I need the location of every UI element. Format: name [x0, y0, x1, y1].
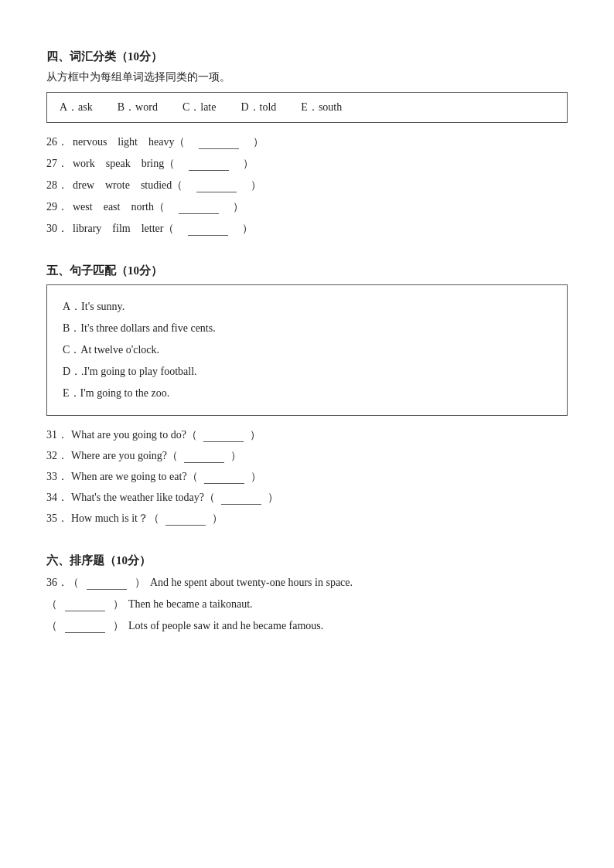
q35-answer[interactable]: [165, 512, 206, 526]
q29-w2: east: [104, 201, 121, 213]
q38-end: ）: [113, 619, 124, 633]
q29-w3: north（: [131, 200, 165, 214]
section5-questions: 31． What are you going to do?（ ） 32． Whe…: [46, 428, 568, 526]
q30-words: library film letter（ ）: [73, 222, 253, 236]
section4-questions: 26． nervous light heavy（ ） 27． work spea…: [46, 135, 568, 236]
option-c: C．late: [182, 100, 217, 114]
q27-answer[interactable]: [189, 158, 229, 171]
q37-end: ）: [113, 597, 124, 611]
section5-options-box: A．It's sunny. B．It's three dollars and f…: [46, 284, 568, 416]
q28-w2: wrote: [105, 179, 130, 192]
section4-options-box: A．ask B．word C．late D．told E．south: [46, 92, 568, 123]
question-33: 33． When are we going to eat?（ ）: [46, 470, 568, 484]
q26-paren: ）: [253, 135, 264, 149]
q27-w1: work: [73, 158, 95, 170]
q30-w3: letter（: [142, 222, 175, 236]
q32-num: 32．: [46, 449, 68, 463]
q26-w3: heavy（: [148, 135, 185, 149]
q28-w1: drew: [73, 179, 94, 192]
q38-text: Lots of people saw it and he became famo…: [128, 620, 323, 632]
q26-words: nervous light heavy（ ）: [73, 135, 264, 149]
q31-text: What are you going to do?（: [71, 428, 197, 442]
q36-num: 36．（: [46, 576, 79, 590]
question-37: （ ） Then he became a taikonaut.: [46, 597, 568, 611]
section5-title: 五、句子匹配（10分）: [46, 264, 568, 278]
q29-num: 29．: [46, 200, 68, 214]
option-e: E．south: [301, 100, 342, 114]
q30-paren: ）: [242, 222, 253, 236]
q30-answer[interactable]: [188, 223, 228, 236]
q32-text: Where are you going?（: [71, 449, 178, 463]
q30-num: 30．: [46, 222, 68, 236]
q36-answer[interactable]: [87, 577, 127, 590]
q29-paren: ）: [233, 200, 244, 214]
q31-num: 31．: [46, 428, 68, 442]
q35-num: 35．: [46, 512, 68, 526]
question-26: 26． nervous light heavy（ ）: [46, 135, 568, 149]
question-34: 34． What's the weather like today?（ ）: [46, 491, 568, 505]
question-32: 32． Where are you going?（ ）: [46, 449, 568, 463]
q27-words: work speak bring（ ）: [73, 157, 254, 171]
question-28: 28． drew wrote studied（ ）: [46, 179, 568, 192]
q38-answer[interactable]: [65, 620, 105, 633]
q28-paren: ）: [251, 179, 261, 192]
question-31: 31． What are you going to do?（ ）: [46, 428, 568, 442]
q33-end: ）: [251, 470, 261, 484]
q37-num: （: [46, 597, 57, 611]
q27-paren: ）: [243, 157, 254, 171]
option-d: D．told: [240, 100, 276, 114]
section4-title: 四、词汇分类（10分）: [46, 49, 568, 64]
q28-answer[interactable]: [196, 179, 237, 192]
q30-w1: library: [73, 223, 101, 235]
section6-questions: 36．（ ） And he spent about twenty-one hou…: [46, 576, 568, 633]
q30-w2: film: [112, 223, 130, 235]
q29-answer[interactable]: [179, 201, 219, 214]
q31-answer[interactable]: [203, 429, 244, 442]
q37-text: Then he became a taikonaut.: [128, 598, 253, 611]
q31-end: ）: [250, 428, 261, 442]
option-a: A．ask: [60, 100, 93, 114]
q29-words: west east north（ ）: [73, 200, 244, 214]
q26-w1: nervous: [73, 136, 107, 148]
q36-text: And he spent about twenty-one hours in s…: [150, 577, 353, 589]
q32-end: ）: [230, 449, 241, 463]
q34-num: 34．: [46, 491, 68, 505]
question-27: 27． work speak bring（ ）: [46, 157, 568, 171]
match-option-d: D．.I'm going to play football.: [63, 361, 551, 383]
section6-title: 六、排序题（10分）: [46, 553, 568, 568]
match-option-e: E．I'm going to the zoo.: [63, 383, 551, 404]
question-29: 29． west east north（ ）: [46, 200, 568, 214]
q37-answer[interactable]: [65, 598, 105, 611]
q33-answer[interactable]: [204, 471, 244, 484]
q33-num: 33．: [46, 470, 68, 484]
section4-instruction: 从方框中为每组单词选择同类的一项。: [46, 70, 568, 84]
q38-num: （: [46, 619, 57, 633]
question-35: 35． How much is it？（ ）: [46, 512, 568, 526]
q34-answer[interactable]: [221, 492, 261, 505]
q35-end: ）: [212, 512, 223, 526]
q33-text: When are we going to eat?（: [71, 470, 198, 484]
section4-options-row: A．ask B．word C．late D．told E．south: [60, 100, 554, 114]
question-36: 36．（ ） And he spent about twenty-one hou…: [46, 576, 568, 590]
q27-w3: bring（: [142, 157, 176, 171]
q35-text: How much is it？（: [71, 512, 159, 526]
q27-num: 27．: [46, 157, 68, 171]
question-30: 30． library film letter（ ）: [46, 222, 568, 236]
q34-text: What's the weather like today?（: [71, 491, 215, 505]
q36-end: ）: [135, 576, 145, 590]
q34-end: ）: [268, 491, 278, 505]
q29-w1: west: [73, 201, 93, 213]
match-option-a: A．It's sunny.: [63, 296, 551, 318]
match-option-b: B．It's three dollars and five cents.: [63, 318, 551, 339]
option-b: B．word: [118, 100, 158, 114]
q26-num: 26．: [46, 135, 68, 149]
question-38: （ ） Lots of people saw it and he became …: [46, 619, 568, 633]
q26-w2: light: [118, 136, 138, 148]
q27-w2: speak: [106, 158, 131, 170]
q28-w3: studied（: [141, 179, 182, 192]
q32-answer[interactable]: [184, 450, 224, 463]
q28-words: drew wrote studied（ ）: [73, 179, 261, 192]
match-option-c: C．At twelve o'clock.: [63, 339, 551, 361]
q26-answer[interactable]: [199, 136, 239, 149]
q28-num: 28．: [46, 179, 68, 192]
